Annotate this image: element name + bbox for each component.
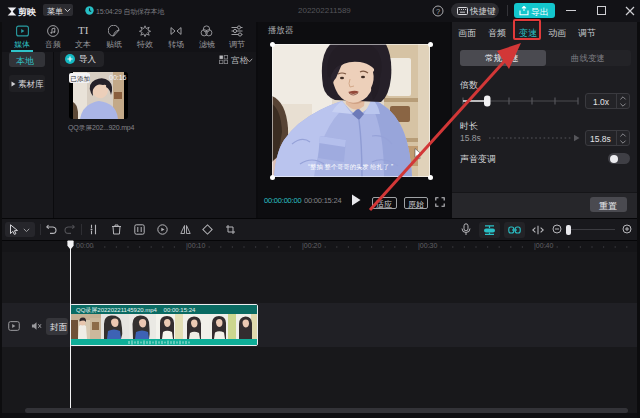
svg-text:?: ? xyxy=(436,7,440,16)
